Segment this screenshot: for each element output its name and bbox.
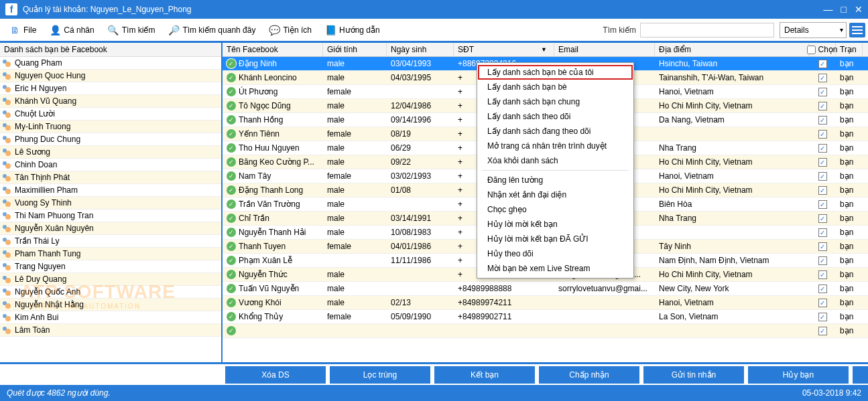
context-menu-item[interactable]: Nhận xét ảnh đại diện: [478, 187, 633, 202]
action-button[interactable]: Chấp nhận: [539, 366, 639, 384]
context-menu-item[interactable]: Lấy danh sách bạn bè: [478, 80, 633, 94]
col-header-name[interactable]: Tên Facebook: [223, 43, 323, 56]
cell-status: bạn: [836, 113, 863, 127]
search-input[interactable]: [640, 23, 774, 37]
facebook-logo: f: [5, 3, 17, 15]
close-button[interactable]: ✕: [855, 4, 863, 15]
action-button[interactable]: Kết bạn: [434, 366, 535, 384]
context-menu-item[interactable]: Hủy lời mời kết bạn ĐÃ GỬI: [478, 232, 633, 246]
friend-list-item[interactable]: Quang Pham: [0, 57, 221, 70]
toolbar-item-guide[interactable]: 📘Hướng dẫn: [318, 22, 387, 38]
table-row[interactable]: ✓Khổng Thủy female 05/09/1990 +849899027…: [223, 310, 868, 324]
toolbar-item-search-list[interactable]: 🔍Tìm kiếm: [101, 22, 162, 38]
toolbar-item-profile[interactable]: 👤Cá nhân: [43, 22, 101, 38]
friend-list-item[interactable]: Tân Thịnh Phát: [0, 171, 221, 184]
friend-list-item[interactable]: Lê Duy Quang: [0, 273, 221, 286]
friend-list-item[interactable]: Phung Duc Chung: [0, 133, 221, 146]
context-menu-item[interactable]: Lấy danh sách bạn chung: [478, 94, 633, 109]
friend-list-item[interactable]: My-Linh Truong: [0, 121, 221, 133]
row-checkbox[interactable]: ✓: [818, 242, 827, 251]
cell-status: bạn: [836, 127, 863, 141]
friend-list-item[interactable]: Khánh Vũ Quang: [0, 95, 221, 108]
row-checkbox[interactable]: ✓: [818, 214, 827, 223]
toolbar-item-file[interactable]: 🗎File: [3, 22, 43, 38]
action-button[interactable]: Hủy bạn: [748, 366, 849, 384]
friend-list[interactable]: Quang PhamNguyen Quoc HungEric H NguyenK…: [0, 57, 221, 362]
friend-list-item[interactable]: Pham Thanh Tung: [0, 248, 221, 260]
friend-list-item[interactable]: Lâm Toàn: [0, 324, 221, 337]
view-mode-select[interactable]: Details: [780, 22, 847, 38]
row-checkbox[interactable]: ✓: [818, 88, 827, 96]
row-checkbox[interactable]: ✓: [818, 60, 827, 68]
col-header-dob[interactable]: Ngày sinh: [387, 43, 454, 56]
context-menu-item[interactable]: Hủy theo dõi: [478, 246, 633, 261]
context-menu-item[interactable]: Mở trang cá nhân trên trình duyệt: [478, 139, 633, 153]
friend-list-item[interactable]: Chinh Doan: [0, 159, 221, 171]
context-menu-item[interactable]: Lấy danh sách đang theo dõi: [478, 124, 633, 139]
friends-sidebar: Danh sách bạn bè Facebook Quang PhamNguy…: [0, 43, 223, 362]
col-header-status[interactable]: Trạn: [836, 43, 863, 56]
action-button[interactable]: Xóa lời mời: [853, 366, 868, 384]
friend-list-item[interactable]: Kim Anh Bui: [0, 311, 221, 324]
table-row[interactable]: ✓Vương Khói male 02/13 +84989974211 Hano…: [223, 296, 868, 310]
col-header-phone[interactable]: SĐT▼: [454, 43, 554, 56]
toolbar-item-utilities[interactable]: 💬Tiện ích: [262, 22, 318, 38]
row-context-menu[interactable]: Lấy danh sách bạn bè của tôiLấy danh sác…: [477, 62, 634, 278]
row-checkbox[interactable]: ✓: [818, 158, 827, 167]
row-checkbox[interactable]: ✓: [818, 270, 827, 279]
profile-icon: 👤: [50, 25, 60, 35]
friend-list-item[interactable]: Lê Sương: [0, 146, 221, 159]
friend-list-item[interactable]: Vuong Sy Thinh: [0, 197, 221, 210]
maximize-button[interactable]: □: [841, 4, 847, 15]
cell-location: Nam Định, Nam Định, Vietnam: [655, 254, 809, 267]
action-button[interactable]: Gửi tin nhắn: [643, 366, 744, 384]
context-menu-item[interactable]: Mời bạn bè xem Live Stream: [478, 261, 633, 276]
context-menu-item[interactable]: Lấy danh sách bạn bè của tôi: [478, 65, 633, 80]
burger-menu-button[interactable]: [849, 23, 865, 37]
friend-list-item[interactable]: Nguyen Quoc Hung: [0, 70, 221, 82]
cell-dob: 09/14/1996: [387, 113, 454, 127]
col-header-gender[interactable]: Giới tính: [323, 43, 387, 56]
minimize-button[interactable]: —: [824, 4, 833, 15]
cell-dob: [387, 197, 454, 211]
friend-list-item[interactable]: Chuột Lười: [0, 108, 221, 121]
row-checkbox[interactable]: ✓: [818, 228, 827, 237]
col-header-select[interactable]: Chọn: [809, 43, 836, 56]
action-button[interactable]: Lọc trùng: [330, 366, 430, 384]
row-checkbox[interactable]: ✓: [818, 285, 827, 293]
row-checkbox[interactable]: ✓: [818, 200, 827, 209]
friend-list-item[interactable]: Nguyễn Nhật Hằng: [0, 299, 221, 311]
context-menu-item[interactable]: Chọc ghẹo: [478, 202, 633, 217]
friend-list-item[interactable]: Nguyễn Quốc Anh: [0, 286, 221, 299]
friend-list-item[interactable]: Maximillien Pham: [0, 184, 221, 197]
row-checkbox[interactable]: ✓: [818, 102, 827, 110]
context-menu-item[interactable]: Hủy lời mời kết bạn: [478, 217, 633, 232]
select-all-checkbox[interactable]: [807, 46, 816, 54]
row-checkbox[interactable]: ✓: [818, 313, 827, 321]
col-header-location[interactable]: Địa điểm: [655, 43, 809, 56]
row-checkbox[interactable]: ✓: [818, 144, 827, 153]
table-row[interactable]: ✓Tuấn Vũ Nguyễn male +84989988888 sorryl…: [223, 282, 868, 296]
context-menu-item[interactable]: Lấy danh sách theo dõi: [478, 109, 633, 124]
context-menu-item[interactable]: Xóa khỏi danh sách: [478, 153, 633, 168]
friend-list-item[interactable]: Nguyễn Xuân Nguyên: [0, 222, 221, 235]
friend-list-item[interactable]: Trang Nguyen: [0, 260, 221, 273]
row-checkbox[interactable]: ✓: [818, 256, 827, 265]
row-checkbox[interactable]: ✓: [818, 186, 827, 195]
status-datetime: 05-03-2018 9:42: [802, 388, 861, 398]
action-button[interactable]: Xóa DS: [225, 366, 326, 384]
table-row[interactable]: ✓ ✓ bạn: [223, 324, 868, 338]
row-checkbox[interactable]: ✓: [818, 74, 827, 82]
friend-list-item[interactable]: Trần Thái Ly: [0, 235, 221, 248]
context-menu-item[interactable]: Đăng lên tường: [478, 173, 633, 187]
friend-list-item[interactable]: Eric H Nguyen: [0, 82, 221, 95]
row-checkbox[interactable]: ✓: [818, 130, 827, 139]
row-checkbox[interactable]: ✓: [818, 172, 827, 181]
friend-list-item[interactable]: Thi Nam Phuong Tran: [0, 210, 221, 222]
row-checkbox[interactable]: ✓: [818, 116, 827, 125]
col-header-email[interactable]: Email: [554, 43, 655, 56]
toolbar-item-search-nearby[interactable]: 🔎Tìm kiếm quanh đây: [162, 22, 262, 38]
row-checkbox[interactable]: ✓: [818, 299, 827, 307]
cell-status: bạn: [836, 141, 863, 155]
row-checkbox[interactable]: ✓: [818, 327, 827, 335]
